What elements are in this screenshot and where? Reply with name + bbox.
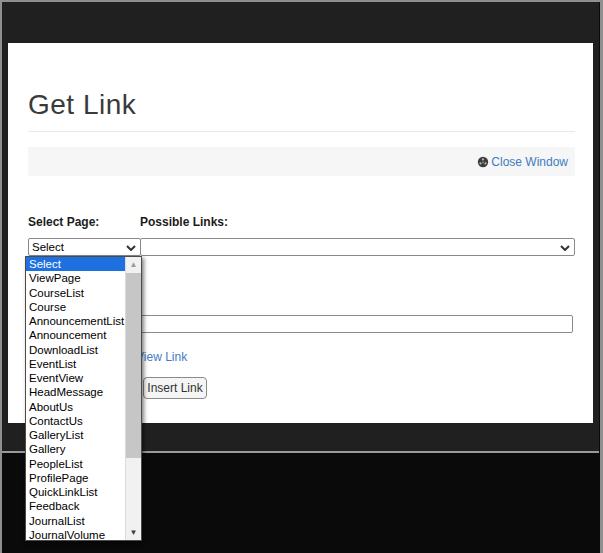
dropdown-option[interactable]: Course xyxy=(26,300,125,314)
dropdown-option[interactable]: EventView xyxy=(26,371,125,385)
scrollbar-down-button[interactable]: ▼ xyxy=(126,525,141,540)
chevron-down-icon xyxy=(560,241,570,253)
insert-link-button[interactable]: Insert Link xyxy=(143,377,207,399)
dropdown-option[interactable]: JournalList xyxy=(26,514,125,528)
select-page-value: Select xyxy=(32,241,64,253)
dropdown-option[interactable]: Gallery xyxy=(26,442,125,456)
possible-links-label: Possible Links: xyxy=(140,215,228,229)
dropdown-option[interactable]: AnnouncementList xyxy=(26,314,125,328)
dropdown-option[interactable]: DownloadList xyxy=(26,343,125,357)
dropdown-option[interactable]: ViewPage xyxy=(26,271,125,285)
select-page-dropdown[interactable]: Select xyxy=(28,238,141,256)
close-window-link[interactable]: Close Window xyxy=(477,155,568,169)
select-page-options-list: SelectViewPageCourseListCourseAnnounceme… xyxy=(25,256,142,541)
title-divider xyxy=(28,131,575,132)
dropdown-option[interactable]: AboutUs xyxy=(26,400,125,414)
select-page-label: Select Page: xyxy=(28,215,99,229)
dropdown-option[interactable]: EventList xyxy=(26,357,125,371)
possible-links-dropdown[interactable] xyxy=(140,238,575,256)
page-title: Get Link xyxy=(28,89,136,121)
dropdown-option[interactable]: ProfilePage xyxy=(26,471,125,485)
dropdown-option[interactable]: JournalVolume xyxy=(26,528,125,540)
dropdown-option[interactable]: QuickLinkList xyxy=(26,485,125,499)
close-window-icon xyxy=(477,156,489,168)
listbox-scrollbar[interactable]: ▲ ▼ xyxy=(125,257,141,540)
dropdown-option[interactable]: Announcement xyxy=(26,328,125,342)
dropdown-option[interactable]: CourseList xyxy=(26,286,125,300)
toolbar: Close Window xyxy=(28,147,575,176)
dropdown-option[interactable]: HeadMessage xyxy=(26,385,125,399)
view-link[interactable]: View Link xyxy=(136,350,187,364)
dropdown-option[interactable]: Feedback xyxy=(26,499,125,513)
dropdown-option[interactable]: Select xyxy=(26,257,125,271)
dropdown-option[interactable]: ContactUs xyxy=(26,414,125,428)
close-window-label: Close Window xyxy=(491,155,568,169)
scrollbar-thumb[interactable] xyxy=(126,273,141,458)
scrollbar-up-button[interactable]: ▲ xyxy=(126,257,141,272)
dropdown-option[interactable]: GalleryList xyxy=(26,428,125,442)
dropdown-option[interactable]: PeopleList xyxy=(26,457,125,471)
chevron-down-icon xyxy=(126,241,136,253)
page: Get Link Close Window Select Page: Possi… xyxy=(0,0,603,553)
options-container: SelectViewPageCourseListCourseAnnounceme… xyxy=(26,257,125,540)
